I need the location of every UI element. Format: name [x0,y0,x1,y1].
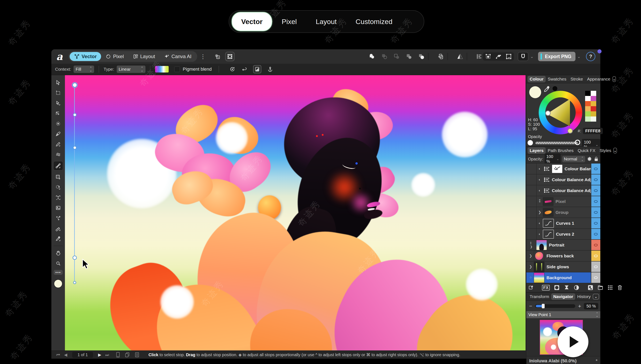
layer-visibility-toggle[interactable] [591,250,600,261]
rotate-gradient-icon[interactable] [229,66,236,72]
gradient-tool[interactable] [53,161,63,170]
swatch[interactable] [585,116,591,122]
tab-swatches[interactable]: Swatches [546,76,568,82]
transform-box-icon[interactable] [506,53,512,60]
zoom-slider-handle[interactable] [542,304,545,308]
gradient-stop[interactable] [73,146,77,150]
pencil-tool[interactable] [54,140,63,148]
layer-row[interactable]: ◐ Curves 1 [526,218,600,229]
recent-swatches[interactable] [585,91,596,122]
boolean-add-icon[interactable] [368,53,376,60]
layers-opacity-select[interactable]: 100 %⌄ [545,154,560,164]
zoom-value[interactable]: 50 % [584,303,598,309]
tab-styles[interactable]: Styles [598,147,613,154]
swatch[interactable] [591,111,596,116]
boolean-divide-icon[interactable] [406,53,412,60]
point-transform-tool[interactable] [54,214,63,222]
view-point-bar[interactable]: View Point 1 ⌃⌄ [526,311,600,318]
duplicate-icon[interactable] [437,53,444,60]
layer-row[interactable]: ◐ Colour Balance A [526,164,600,174]
prev-page-button[interactable]: ◀ [64,352,67,357]
layer-clip-icon[interactable]: ◐ [537,188,543,193]
canvas[interactable] [65,75,526,350]
device-preview-icon[interactable] [116,352,120,358]
swatch[interactable] [591,116,596,122]
layer-alpha-icon[interactable]: ⁑ [537,199,543,204]
video-play-button[interactable] [558,326,588,357]
boolean-intersect-icon[interactable] [393,53,400,60]
persona-layout[interactable]: Layout [128,52,160,61]
export-button[interactable]: Export PNG [538,52,576,61]
panel-collapse-chevron[interactable]: ⌄ [593,294,599,300]
layer-row[interactable]: ⁑ Pixel [526,196,600,207]
layer-clip-icon[interactable]: ◐ [537,232,543,236]
gradient-type-select[interactable]: Linear⌃⌄ [117,66,146,73]
edit-mask-icon[interactable] [528,285,534,290]
anchor-icon[interactable] [267,66,273,72]
secondary-colour-dot[interactable] [552,86,558,91]
layer-visibility-toggle[interactable] [591,240,600,250]
mask-layer-button[interactable] [554,285,560,290]
gradient-stop[interactable] [72,256,77,260]
layer-row[interactable]: ⁑❯ Portrait [526,240,600,250]
snapping-dropdown-chevron[interactable]: ⌄ [530,54,534,59]
swatch[interactable] [585,91,591,96]
fill-colour-circle[interactable] [529,86,541,98]
gradient-stop[interactable] [72,82,77,88]
zoom-tool[interactable] [54,260,63,267]
layer-visibility-toggle[interactable] [591,229,600,239]
swatch[interactable] [585,101,591,106]
corner-tool[interactable] [54,110,63,117]
swatch[interactable] [591,101,596,106]
swatch[interactable] [591,106,596,111]
layer-visibility-toggle[interactable] [591,207,600,218]
gradient-swatch[interactable] [155,66,169,73]
layer-clip-icon[interactable]: ◐ [537,221,543,225]
character-style-icon[interactable]: A [214,53,221,60]
measure-tool[interactable] [54,225,63,232]
swatch[interactable] [591,91,596,96]
layer-visibility-toggle[interactable] [591,174,600,185]
live-filter-button[interactable] [574,285,579,290]
persona-pixel[interactable]: Pixel [101,52,128,61]
zoom-out-button[interactable]: − [528,303,533,309]
layer-fx-button[interactable]: FX [542,285,550,290]
mode-tab-vector[interactable]: Vector [232,12,272,31]
layer-clip-icon[interactable]: ◐ [537,178,543,182]
layer-clip-icon[interactable]: ◐ [537,167,543,171]
help-button[interactable]: ? [586,52,596,61]
panel-collapse-chevron[interactable]: ⌄ [612,76,616,82]
zoom-slider[interactable] [535,304,575,308]
gradient-stop[interactable] [73,113,77,117]
swatch[interactable] [585,111,591,116]
layer-visibility-toggle[interactable] [591,262,600,272]
studio-grid-icon[interactable] [225,52,234,61]
layer-expand-chevron[interactable]: ❯ [528,254,534,258]
place-image-tool[interactable] [54,204,63,212]
layer-visibility-toggle[interactable] [591,218,600,228]
more-tools-button[interactable]: ••• [54,270,63,275]
tab-stroke[interactable]: Stroke [568,76,585,82]
selection-brush-tool[interactable] [54,120,63,127]
layer-row[interactable]: ❯ Flowers back [526,250,600,262]
align-icon[interactable] [476,53,483,60]
transform-objects-icon[interactable] [485,53,492,60]
current-colour-well[interactable] [54,279,62,288]
frame-text-tool[interactable] [54,194,63,201]
reverse-gradient-icon[interactable] [241,66,247,72]
add-group-button[interactable] [598,285,603,290]
context-select[interactable]: Fill⌃⌄ [74,66,94,73]
artboard-tool[interactable] [54,89,63,96]
eyedropper-icon[interactable] [544,86,550,92]
layer-expand-chevron[interactable]: ❯ [537,210,543,214]
vector-brush-tool[interactable] [54,151,63,158]
blend-mode-select[interactable]: Normal⌃⌄ [562,156,585,162]
pages-icon[interactable] [125,352,130,358]
tab-quick-fx[interactable]: Quick FX [576,147,598,154]
layer-row[interactable]: ❯ Group [526,207,600,218]
tab-path-brushes[interactable]: Path Brushes [546,147,576,154]
first-page-button[interactable]: ⏮ [56,352,60,357]
kebab-menu-icon[interactable]: ⋮ [200,53,206,60]
list-view-icon[interactable] [134,352,140,358]
lock-icon[interactable] [594,156,599,162]
